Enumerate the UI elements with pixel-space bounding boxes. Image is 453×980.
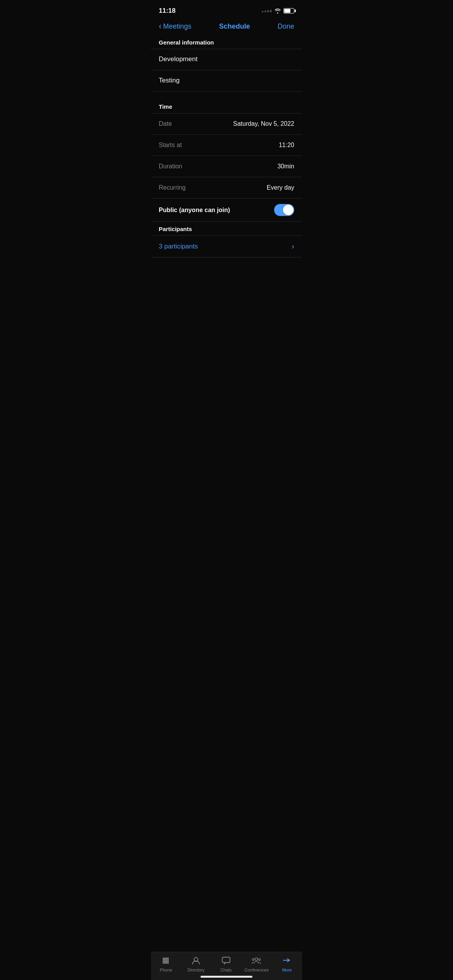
recurring-value: Every day bbox=[267, 184, 294, 191]
wifi-icon bbox=[274, 9, 281, 14]
starts-at-value: 11:20 bbox=[279, 142, 294, 149]
public-toggle-row[interactable]: Public (anyone can join) bbox=[151, 199, 302, 221]
date-label: Date bbox=[159, 120, 172, 127]
page-title: Schedule bbox=[219, 22, 250, 31]
date-row[interactable]: Date Saturday, Nov 5, 2022 bbox=[151, 113, 302, 134]
participants-section-header: Participants bbox=[151, 222, 302, 235]
back-chevron-icon: ‹ bbox=[159, 22, 161, 31]
recurring-row[interactable]: Recurring Every day bbox=[151, 177, 302, 198]
status-icons bbox=[262, 8, 294, 14]
back-label: Meetings bbox=[163, 22, 191, 31]
starts-at-label: Starts at bbox=[159, 142, 182, 149]
status-time: 11:18 bbox=[159, 7, 175, 15]
public-toggle[interactable] bbox=[274, 204, 294, 216]
participants-link[interactable]: 3 participants bbox=[159, 243, 198, 250]
duration-value: 30min bbox=[277, 163, 294, 170]
recurring-label: Recurring bbox=[159, 184, 185, 191]
description-input[interactable]: Testing bbox=[159, 77, 180, 84]
public-toggle-label: Public (anyone can join) bbox=[159, 207, 230, 214]
chevron-right-icon: › bbox=[292, 242, 294, 251]
back-button[interactable]: ‹ Meetings bbox=[159, 22, 191, 31]
date-value: Saturday, Nov 5, 2022 bbox=[233, 120, 294, 127]
general-info-header: General information bbox=[151, 35, 302, 49]
time-section-header: Time bbox=[151, 99, 302, 113]
duration-row[interactable]: Duration 30min bbox=[151, 156, 302, 177]
title-field-row[interactable]: Development bbox=[151, 49, 302, 70]
description-field-row[interactable]: Testing bbox=[151, 70, 302, 91]
starts-at-row[interactable]: Starts at 11:20 bbox=[151, 135, 302, 156]
signal-icon bbox=[262, 10, 272, 12]
duration-label: Duration bbox=[159, 163, 182, 170]
battery-icon bbox=[283, 8, 294, 14]
toggle-thumb bbox=[283, 205, 293, 215]
nav-bar: ‹ Meetings Schedule Done bbox=[151, 19, 302, 35]
done-button[interactable]: Done bbox=[278, 22, 294, 31]
title-input[interactable]: Development bbox=[159, 55, 197, 63]
participants-row[interactable]: 3 participants › bbox=[151, 236, 302, 257]
status-bar: 11:18 bbox=[151, 0, 302, 19]
